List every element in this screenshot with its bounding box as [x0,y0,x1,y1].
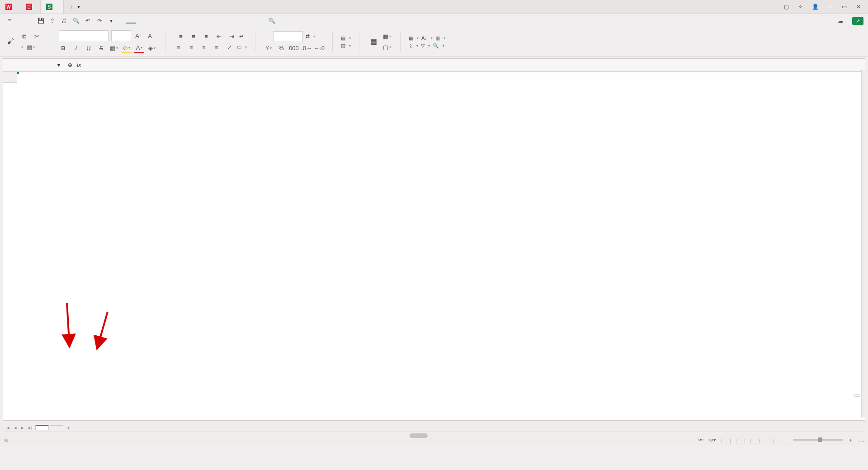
align-bottom-icon[interactable]: ≡ [201,32,211,41]
tab-file[interactable]: S [41,0,64,14]
indent-dec-icon[interactable]: ⇤ [214,32,224,41]
format-painter-button[interactable]: 🖌 [5,37,16,47]
menu-member[interactable] [220,19,230,23]
copy-icon[interactable]: ⧉ [19,32,29,41]
avatar-icon[interactable]: 👤 [811,4,819,10]
rowcol-button[interactable]: ▤▾ [341,35,351,41]
close-icon[interactable]: ✕ [854,4,863,10]
undo-icon[interactable]: ↶ [83,16,93,26]
align-center-icon[interactable]: ≡ [186,43,196,52]
number-format-combo[interactable] [273,31,303,42]
convert-button[interactable]: ⇄▾ [306,33,315,39]
align-middle-icon[interactable]: ≡ [189,32,198,41]
fill-button[interactable]: ▦▾ [409,35,419,41]
font-size-combo[interactable] [111,30,131,41]
underline-icon[interactable]: U [84,44,94,53]
select-all-corner[interactable] [3,72,17,83]
italic-icon[interactable]: I [71,44,81,53]
tab-wps-home[interactable]: W [0,0,20,14]
file-menu[interactable] [16,16,26,26]
search-icon[interactable]: 🔍 [267,16,277,26]
dec-inc-icon[interactable]: .0→ [302,44,311,53]
sum-button[interactable]: Σ▾ [410,43,418,48]
ribbon-style: ▦ ▦▾ ▢▾ [368,32,392,52]
sheet-tab-1[interactable] [35,425,49,430]
font-name-combo[interactable] [59,30,108,41]
percent-icon[interactable]: % [276,44,286,53]
worksheet-button[interactable]: ▥▾ [341,43,351,49]
scroll-thumb[interactable] [410,433,428,438]
menu-data[interactable] [173,19,183,23]
borders-icon[interactable]: ▦▾ [109,44,119,53]
freeze-button[interactable]: ▥▾ [435,35,445,41]
name-box[interactable]: ▾ [3,62,63,68]
save-icon[interactable]: 💾 [36,16,46,26]
menu-view[interactable] [196,19,206,23]
print-icon[interactable]: 🖨 [59,16,69,26]
menu-tool[interactable] [208,19,218,23]
zoom-fx-icon[interactable]: ⊕ [68,62,72,68]
cube-icon[interactable]: ✧ [797,4,805,10]
menu-efficiency[interactable] [231,19,241,23]
sheet-tab-2[interactable] [50,425,63,430]
align-justify-icon[interactable]: ≡ [212,43,222,52]
menu-start[interactable] [126,18,136,24]
paste-special-icon[interactable]: ▦▾ [26,43,36,52]
menu-icon[interactable]: ≡ [5,16,14,26]
align-left-icon[interactable]: ≡ [174,43,184,52]
sheet-nav-next-icon[interactable]: ▸ [19,425,26,431]
font-shrink-icon[interactable]: A⁻ [146,31,156,40]
align-right-icon[interactable]: ≡ [199,43,209,52]
sort-button[interactable]: A↓▾ [421,35,433,41]
redo-icon[interactable]: ↷ [94,16,104,26]
preview-icon[interactable]: 🔍 [71,16,81,26]
table-style-icon[interactable]: ▦▾ [382,32,392,41]
zoom-slider[interactable] [793,439,843,441]
sheet-nav-first-icon[interactable]: |◂ [4,425,11,431]
menu-square[interactable] [243,19,253,23]
indent-inc-icon[interactable]: ⇥ [226,32,236,41]
merge-button[interactable]: ▭▾ [237,44,247,50]
sheet-nav-last-icon[interactable]: ▸| [27,425,34,431]
export-icon[interactable]: ⇪ [47,16,57,26]
filter-button[interactable]: ▽▾ [421,43,430,49]
menu-page[interactable] [149,19,159,23]
paste-button[interactable]: ▾ [19,45,23,49]
spreadsheet-grid[interactable] [3,72,865,421]
tab-new[interactable]: ＋ ▾ [64,0,85,14]
comma-icon[interactable]: 000 [289,44,299,53]
share-button[interactable]: ↗ [852,17,863,25]
horizontal-scrollbar[interactable] [3,432,865,439]
separator [255,32,255,52]
find-button[interactable]: 🔍▾ [433,43,444,49]
fx-icon[interactable]: fx [77,62,81,68]
menu-diy[interactable] [255,19,265,23]
orientation-icon[interactable]: ⤢ [224,43,234,52]
font-color-icon[interactable]: A▾ [134,43,144,53]
cond-format-button[interactable]: ▦ [368,37,379,47]
menu-formula[interactable] [161,19,171,23]
maximize-icon[interactable]: ▭ [840,4,848,10]
sheet-add-icon[interactable]: ＋ [64,424,73,431]
cloud-update-icon[interactable]: ☁ [838,18,843,24]
vertical-scrollbar[interactable] [861,70,868,418]
align-top-icon[interactable]: ≡ [176,32,186,41]
panel-icon[interactable]: ▢ [782,4,790,10]
dec-dec-icon[interactable]: ←.0 [314,44,324,53]
strike-icon[interactable]: S̶ [96,44,106,53]
menu-review[interactable] [184,19,194,23]
menu-insert[interactable] [137,19,147,23]
cut-icon[interactable]: ✂ [32,32,42,41]
ribbon-edit: ▦▾ A↓▾ ▥▾ Σ▾ ▽▾ 🔍▾ [409,35,445,49]
sheet-nav-prev-icon[interactable]: ◂ [12,425,19,431]
clear-format-icon[interactable]: ◈▾ [147,44,157,53]
bold-icon[interactable]: B [58,44,68,53]
fill-color-icon[interactable]: ◇▾ [122,43,132,53]
minimize-icon[interactable]: — [826,4,834,10]
wrap-button[interactable]: ↩ [239,33,245,39]
cell-style-icon[interactable]: ▢▾ [382,43,392,52]
font-grow-icon[interactable]: A⁺ [134,31,144,40]
currency-icon[interactable]: ¥▾ [264,44,274,53]
chevron-down-icon[interactable]: ▾ [106,16,116,26]
tab-template[interactable]: D [20,0,41,14]
